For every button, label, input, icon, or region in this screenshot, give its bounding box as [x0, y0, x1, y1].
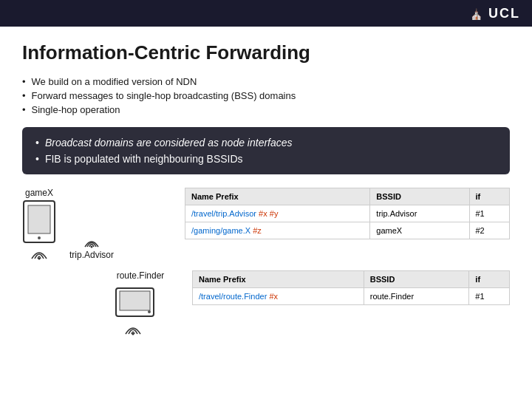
- svg-point-3: [38, 258, 41, 260]
- gamex-row: gameX: [22, 188, 114, 260]
- fib-prefix-colored-2: #z: [250, 226, 262, 235]
- svg-point-7: [148, 310, 151, 313]
- bullet-item-2: Forward messages to single-hop broadcast…: [22, 89, 510, 103]
- highlight-item-1: Broadcast domains are considered as node…: [35, 134, 497, 151]
- fib-cell-if-1: #1: [469, 205, 510, 222]
- routefinder-device-wrapper: [37, 287, 170, 338]
- fib-header-prefix: Name Prefix: [185, 188, 370, 205]
- rt-header-prefix: Name Prefix: [193, 271, 364, 288]
- rt-row-1: /travel/route.Finder #x route.Finder #1: [193, 288, 510, 305]
- rt-prefix-base-1: /travel/route.Finder: [199, 292, 267, 301]
- slide-content: Information-Centric Forwarding We build …: [0, 27, 532, 353]
- svg-point-2: [38, 236, 41, 239]
- svg-rect-1: [28, 205, 50, 233]
- bullet-list: We build on a modified version of NDN Fo…: [22, 75, 510, 117]
- svg-rect-6: [120, 291, 150, 310]
- fib-header-if: if: [469, 188, 510, 205]
- fib-cell-if-2: #2: [469, 222, 510, 239]
- rt-cell-prefix-1: /travel/route.Finder #x: [193, 288, 364, 305]
- routefinder-label: route.Finder: [37, 270, 170, 281]
- gamex-label: gameX: [25, 188, 53, 198]
- fib-row-2: /gaming/game.X #z gameX #2: [185, 222, 510, 239]
- fib-cell-bssid-1: trip.Advisor: [370, 205, 469, 222]
- fib-cell-prefix-2: /gaming/game.X #z: [185, 222, 370, 239]
- fib-header-bssid: BSSID: [370, 188, 469, 205]
- rt-header-bssid: BSSID: [364, 271, 469, 288]
- bottom-section: route.Finder: [22, 267, 510, 338]
- fib-prefix-base-1: /travel/trip.Advisor: [191, 209, 256, 218]
- rt-prefix-colored-1: #x: [267, 292, 278, 301]
- routefinder-device-icon: [115, 287, 155, 318]
- rt-cell-if-1: #1: [469, 288, 510, 305]
- routefinder-device-area: route.Finder: [22, 270, 170, 338]
- rt-header-if: if: [469, 271, 510, 288]
- fib-table: Name Prefix BSSID if /travel/trip.Adviso…: [185, 188, 510, 239]
- fib-table-container: Name Prefix BSSID if /travel/trip.Adviso…: [185, 188, 510, 239]
- fib-prefix-base-2: /gaming/game.X: [191, 226, 250, 235]
- fib-row-1: /travel/trip.Advisor #x #y trip.Advisor …: [185, 205, 510, 222]
- rt-cell-bssid-1: route.Finder: [364, 288, 469, 305]
- svg-point-4: [91, 246, 93, 248]
- routefinder-table-container: Name Prefix BSSID if /travel/route.Finde…: [192, 270, 510, 305]
- highlight-box: Broadcast domains are considered as node…: [22, 127, 510, 174]
- tripadvisor-wireless-icon: [82, 235, 101, 248]
- routefinder-table: Name Prefix BSSID if /travel/route.Finde…: [192, 270, 510, 305]
- fib-cell-bssid-2: gameX: [370, 222, 469, 239]
- fib-cell-prefix-1: /travel/trip.Advisor #x #y: [185, 205, 370, 222]
- left-devices: gameX: [22, 188, 170, 260]
- bullet-item-3: Single-hop operation: [22, 103, 510, 117]
- highlight-item-2: FIB is populated with neighbouring BSSID…: [35, 151, 497, 167]
- header-bar: UCL: [0, 0, 532, 27]
- page-title: Information-Centric Forwarding: [22, 41, 510, 64]
- diagram-area: gameX: [22, 188, 510, 260]
- svg-point-8: [132, 333, 134, 335]
- gamex-device-icon: [22, 200, 56, 244]
- bullet-item-1: We build on a modified version of NDN: [22, 75, 510, 89]
- gamex-wireless-icon: [28, 245, 50, 260]
- tripadvisor-label: trip.Advisor: [69, 250, 114, 260]
- fib-prefix-colored-1: #x #y: [256, 209, 278, 218]
- ucl-logo: UCL: [470, 6, 520, 21]
- routefinder-wireless-icon: [122, 321, 144, 335]
